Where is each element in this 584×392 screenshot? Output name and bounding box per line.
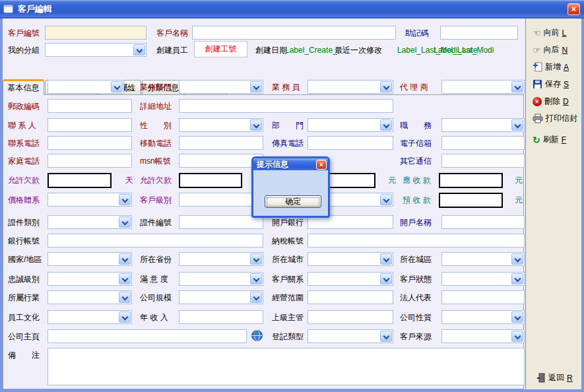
- cert-type-select[interactable]: [48, 215, 132, 229]
- print-envelope-label: 打印信封: [546, 113, 577, 124]
- prev-key: L: [562, 28, 567, 38]
- prepaid-input[interactable]: [439, 193, 503, 208]
- address-input[interactable]: [179, 99, 393, 113]
- loyalty-select[interactable]: [48, 272, 132, 286]
- refresh-icon: ↻: [533, 135, 540, 145]
- register-type-select[interactable]: [308, 329, 393, 343]
- price-system-label: 價格體系: [8, 195, 40, 205]
- home-phone-label: 家庭電話: [8, 156, 40, 166]
- print-envelope-button[interactable]: 打印信封: [533, 113, 577, 124]
- price-system-select[interactable]: [48, 193, 132, 207]
- position-select[interactable]: [441, 118, 525, 132]
- industry-select[interactable]: [48, 290, 132, 304]
- legal-rep-label: 法人代表: [400, 293, 432, 302]
- close-icon[interactable]: ×: [568, 3, 580, 15]
- business-scope-label: 經營范圍: [272, 293, 304, 302]
- last-modified-label: 最近一次修改: [335, 46, 382, 55]
- allow-debt-amount-input[interactable]: [179, 173, 242, 188]
- customer-level-input[interactable]: [179, 193, 263, 207]
- district-select[interactable]: [441, 252, 525, 266]
- position-label: 職 務: [400, 121, 432, 130]
- receivable-input[interactable]: [439, 173, 503, 188]
- mobile-phone-input[interactable]: [179, 136, 263, 150]
- prompt-dialog: 提示信息 × 确定: [251, 156, 330, 218]
- business-scope-input[interactable]: [308, 290, 393, 304]
- company-nature-label: 公司性質: [400, 313, 432, 322]
- contact-input[interactable]: [48, 118, 132, 132]
- prev-label: 向前: [544, 27, 560, 38]
- save-key: S: [564, 80, 569, 89]
- customer-name-input[interactable]: [192, 26, 396, 40]
- home-phone-input[interactable]: [48, 154, 132, 168]
- create-id-button[interactable]: 創建工號: [194, 41, 247, 57]
- remark-textarea[interactable]: [48, 348, 525, 385]
- window-titlebar[interactable]: 客戶編輯 ×: [0, 0, 584, 18]
- mnemonic-label: 助記碼: [405, 28, 429, 38]
- window-title: 客戶編輯: [18, 3, 52, 15]
- tab-basic-info[interactable]: 基本信息: [3, 79, 44, 95]
- yuan-unit-2: 元: [515, 176, 523, 185]
- allow-debt-days-input[interactable]: [48, 173, 112, 188]
- relation-select[interactable]: [308, 272, 393, 286]
- delete-button[interactable]: × 刪除D: [533, 96, 569, 107]
- customer-no-input[interactable]: [45, 26, 146, 40]
- department-select[interactable]: [308, 118, 393, 132]
- tax-account-label: 納稅帳號: [272, 236, 304, 245]
- msn-input[interactable]: [179, 154, 263, 168]
- sales-dept-select[interactable]: [179, 80, 263, 94]
- action-sidebar: ☜ 向前L ☞ 向后N 新增A 保存S × 刪除D 打印信封: [525, 18, 581, 389]
- customer-source-select[interactable]: [441, 329, 525, 343]
- browse-button[interactable]: …: [127, 83, 135, 92]
- bank-label: 開戶銀行: [272, 218, 304, 227]
- save-button[interactable]: 保存S: [533, 79, 569, 90]
- salesman-select[interactable]: [308, 80, 393, 94]
- my-group-label: 我的分組: [8, 46, 40, 55]
- contact-phone-input[interactable]: [48, 136, 132, 150]
- postal-code-input[interactable]: [48, 99, 132, 113]
- register-type-label: 登記類型: [272, 332, 304, 341]
- company-size-select[interactable]: [179, 290, 263, 304]
- refresh-button[interactable]: ↻ 刷新F: [533, 134, 566, 145]
- ok-button[interactable]: 确定: [265, 195, 321, 208]
- create-date-value: Label_Create_: [285, 46, 337, 55]
- refresh-key: F: [562, 135, 566, 145]
- other-contact-input[interactable]: [441, 154, 525, 168]
- annual-income-input[interactable]: [179, 310, 263, 324]
- bank-account-name-input[interactable]: [441, 215, 525, 229]
- mnemonic-input[interactable]: [440, 26, 518, 40]
- cert-no-input[interactable]: [179, 215, 263, 229]
- supervisor-input[interactable]: [308, 310, 393, 324]
- province-select[interactable]: [179, 252, 263, 266]
- legal-rep-input[interactable]: [441, 290, 525, 304]
- globe-icon[interactable]: [251, 329, 263, 342]
- fax-phone-input[interactable]: [308, 136, 393, 150]
- back-button[interactable]: 返回R: [536, 372, 573, 383]
- app-icon: [3, 4, 14, 15]
- contact-phone-label: 聯系電話: [8, 139, 40, 148]
- relation-label: 客戶關系: [272, 275, 304, 284]
- prev-button[interactable]: ☜ 向前L: [533, 27, 566, 38]
- company-nature-select[interactable]: [441, 310, 525, 324]
- bank-account-input[interactable]: [48, 234, 263, 247]
- printer-icon: [533, 114, 543, 123]
- tax-account-input[interactable]: [308, 234, 525, 247]
- email-input[interactable]: [441, 136, 525, 150]
- city-select[interactable]: [308, 252, 393, 266]
- add-button[interactable]: 新增A: [533, 61, 569, 73]
- next-button[interactable]: ☞ 向后N: [533, 44, 568, 55]
- add-key: A: [564, 63, 569, 72]
- satisfaction-select[interactable]: [179, 272, 263, 286]
- prompt-dialog-titlebar[interactable]: 提示信息 ×: [253, 158, 328, 170]
- my-group-select[interactable]: [45, 43, 146, 57]
- status-select[interactable]: [441, 272, 525, 286]
- msn-label: msn帳號: [140, 156, 171, 166]
- agent-select[interactable]: [441, 80, 525, 94]
- staff-culture-select[interactable]: [48, 310, 132, 324]
- homepage-input[interactable]: [48, 329, 247, 343]
- prompt-close-icon[interactable]: ×: [316, 160, 327, 170]
- country-select[interactable]: [48, 252, 132, 266]
- marketing-region-select[interactable]: [48, 80, 124, 94]
- last-modified-value-overlap: Label_Last_Modi: [434, 46, 494, 55]
- gender-select[interactable]: [179, 118, 263, 132]
- district-label: 所在城區: [400, 255, 432, 264]
